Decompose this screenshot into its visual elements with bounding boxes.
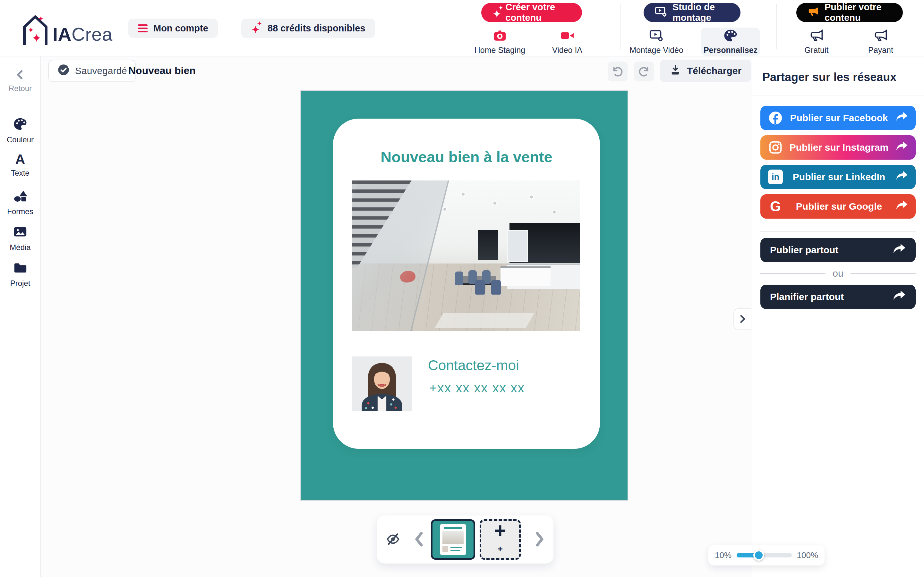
sidebar-item-label: Projet (10, 279, 31, 288)
poster-phone-text[interactable]: +xx xx xx xx xx (429, 381, 525, 395)
panel-collapse-handle[interactable] (733, 308, 751, 330)
publish-content-label: Publier votre contenu (825, 2, 892, 23)
photo-ceiling-light (553, 211, 556, 213)
sidebar-item-texte[interactable]: A Texte (0, 153, 40, 177)
logo-crea: Crea (71, 24, 113, 45)
divider (751, 95, 924, 96)
zoom-slider[interactable] (737, 553, 792, 558)
share-arrow-icon (895, 200, 908, 213)
poster-headline-text[interactable]: Nouveau bien à la vente (333, 148, 600, 166)
page-navigator: + + (377, 516, 553, 564)
mon-compte-button[interactable]: Mon compte (128, 19, 218, 38)
plus-icon: + (498, 545, 503, 554)
photo-ceiling-light (530, 195, 533, 198)
poster-card[interactable]: Nouveau bien à la vente (333, 119, 600, 449)
poster-canvas[interactable]: Nouveau bien à la vente (301, 91, 628, 500)
logo-ia: IA (53, 24, 71, 45)
photo-kitchen-island (501, 266, 551, 286)
or-label: ou (833, 268, 843, 279)
tab-gratuit[interactable]: Gratuit (784, 28, 849, 56)
sidebar-item-retour[interactable]: Retour (0, 69, 40, 93)
poster-property-photo[interactable] (352, 181, 580, 331)
sidebar-item-projet[interactable]: Projet (0, 260, 40, 288)
header-separator (776, 4, 777, 49)
download-label: Télécharger (687, 65, 741, 76)
poster-contact-text[interactable]: Contactez-moi (428, 358, 519, 374)
page-thumbnail-selected[interactable] (431, 519, 475, 560)
sidebar-item-label: Retour (9, 84, 32, 93)
image-icon (13, 224, 27, 240)
studio-montage-button[interactable]: Studio de montage (644, 3, 740, 22)
redo-button[interactable] (634, 61, 654, 81)
photo-dining-chair (475, 280, 485, 295)
divider (760, 231, 916, 232)
schedule-everywhere-label: Planifier partout (770, 292, 844, 302)
next-page-button[interactable] (532, 531, 547, 549)
publish-instagram-button[interactable]: Publier sur Instagram (760, 135, 916, 160)
sidebar-item-label: Média (10, 243, 31, 252)
share-panel: Partager sur les réseaux Publier sur Fac… (751, 56, 924, 577)
photo-dining-chair (455, 271, 463, 285)
tab-personnalisez[interactable]: Personnalisez (698, 28, 762, 56)
sidebar-item-label: Couleur (7, 135, 34, 144)
publish-instagram-label: Publier sur Instagram (783, 142, 895, 153)
tab-montage-video[interactable]: Montage Vidéo (624, 28, 688, 56)
credits-badge[interactable]: ✦ ✦ 88 crédits disponibles (241, 19, 375, 38)
google-icon: G (768, 199, 783, 213)
header: ✦ ✦ ✦ IACrea Mon compte ✦ ✦ 88 crédits d… (0, 0, 924, 56)
logo-text: IACrea (53, 25, 113, 46)
publish-content-button[interactable]: Publier votre contenu (796, 3, 903, 22)
thumbnail-avatar (443, 546, 448, 552)
photo-ceiling-light (493, 201, 496, 205)
sidebar-item-media[interactable]: Média (0, 224, 40, 252)
plus-icon: + (494, 520, 506, 541)
facebook-icon (768, 111, 783, 125)
sidebar-item-label: Texte (11, 169, 29, 177)
app-root: ✦ ✦ ✦ IACrea Mon compte ✦ ✦ 88 crédits d… (0, 0, 924, 577)
thumbnail-text-line (451, 547, 462, 548)
previous-page-button[interactable] (412, 531, 426, 549)
sidebar-item-formes[interactable]: Formes (0, 189, 40, 216)
thumbnail-title-line (444, 527, 462, 529)
hide-pages-toggle[interactable] (386, 532, 400, 548)
schedule-everywhere-button[interactable]: Planifier partout (760, 285, 916, 309)
left-sidebar: Retour Couleur A Texte (0, 56, 41, 577)
tab-home-staging[interactable]: Home Staging (468, 28, 532, 56)
svg-text:✦: ✦ (38, 15, 44, 23)
add-page-button[interactable]: + + (480, 519, 521, 560)
shapes-icon (13, 189, 27, 205)
publish-google-button[interactable]: G Publier sur Google (760, 194, 916, 219)
zoom-slider-thumb[interactable] (753, 550, 764, 561)
tab-label: Video IA (552, 45, 582, 55)
photo-ceiling-light (462, 193, 465, 195)
zoom-control: 10% 100% (708, 545, 825, 566)
publish-facebook-label: Publier sur Facebook (783, 113, 895, 123)
or-divider: ou (760, 268, 916, 279)
tab-payant[interactable]: Payant (849, 28, 913, 56)
publish-everywhere-button[interactable]: Publier partout (760, 238, 916, 262)
create-content-button[interactable]: ✦ ✦ Créer votre contenu (481, 3, 582, 22)
publish-linkedin-label: Publier sur LinkedIn (783, 171, 895, 182)
photo-rug (435, 313, 534, 328)
video-edit-icon (654, 5, 667, 20)
tab-label: Payant (868, 45, 893, 55)
main-area: Sauvegardé Nouveau bien Télécharger (41, 56, 751, 577)
publish-facebook-button[interactable]: Publier sur Facebook (760, 106, 916, 130)
tab-label: Personnalisez (704, 45, 758, 55)
publish-linkedin-button[interactable]: in Publier sur LinkedIn (760, 165, 916, 189)
agent-avatar[interactable] (352, 356, 412, 411)
sparkle-icon: ✦ ✦ (492, 6, 500, 19)
header-separator (620, 4, 621, 49)
tab-label: Gratuit (804, 45, 829, 55)
logo[interactable]: ✦ ✦ ✦ IACrea (20, 13, 113, 46)
saved-label: Sauvegardé (75, 65, 127, 76)
undo-button[interactable] (607, 61, 628, 81)
logo-house-icon: ✦ ✦ ✦ (20, 13, 51, 46)
share-arrow-icon (895, 111, 908, 125)
tab-video-ia[interactable]: Video IA (535, 28, 599, 56)
share-arrow-icon (892, 290, 906, 304)
folder-icon (13, 260, 27, 276)
sidebar-item-couleur[interactable]: Couleur (0, 117, 40, 144)
svg-text:✦: ✦ (31, 31, 42, 45)
download-button[interactable]: Télécharger (660, 60, 751, 82)
